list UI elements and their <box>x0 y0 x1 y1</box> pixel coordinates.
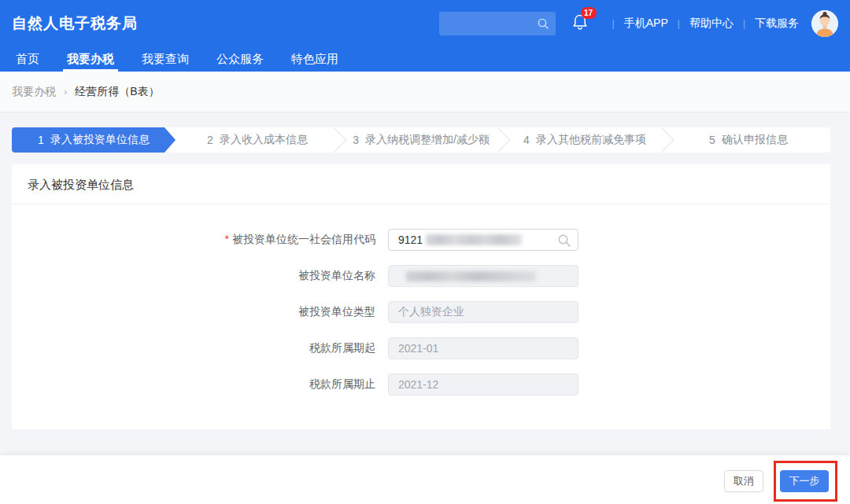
wizard-step-2[interactable]: 2 录入收入成本信息 <box>176 127 339 153</box>
section-title: 录入被投资单位信息 <box>12 164 830 204</box>
field-label: 被投资单位名称 <box>12 269 375 283</box>
nav-inquiry[interactable]: 我要查询 <box>138 47 193 72</box>
step-number: 1 <box>38 134 44 146</box>
nav-tax-handling[interactable]: 我要办税 <box>63 47 118 72</box>
header-divider: | <box>743 18 745 29</box>
step-label: 录入收入成本信息 <box>220 133 308 147</box>
wizard-step-3[interactable]: 3 录入纳税调整增加/减少额 <box>339 127 503 153</box>
breadcrumb-parent[interactable]: 我要办税 <box>12 85 56 99</box>
breadcrumb-current: 经营所得（B表） <box>75 85 159 99</box>
nav-featured-apps[interactable]: 特色应用 <box>287 47 342 72</box>
wizard-step-1[interactable]: 1 录入被投资单位信息 <box>12 127 176 153</box>
wizard-step-4[interactable]: 4 录入其他税前减免事项 <box>503 127 667 153</box>
notification-badge: 17 <box>581 7 597 19</box>
step-number: 3 <box>353 134 359 146</box>
form-row-unit-name: 被投资单位名称 <box>12 265 830 287</box>
link-download-service[interactable]: 下载服务 <box>755 17 799 31</box>
redacted-text <box>406 271 536 281</box>
field-label: 税款所属期止 <box>12 377 375 392</box>
step-number: 5 <box>709 134 715 146</box>
credit-code-value: 9121 <box>398 234 423 246</box>
required-asterisk: * <box>225 233 229 245</box>
next-step-button[interactable]: 下一步 <box>780 470 829 492</box>
period-end-input: 2021-12 <box>388 373 578 395</box>
step-label: 录入被投资单位信息 <box>50 133 150 147</box>
nav-home[interactable]: 首页 <box>12 47 43 72</box>
lookup-search-icon[interactable] <box>557 234 571 250</box>
notification-bell[interactable]: 17 <box>571 12 592 35</box>
app-title: 自然人电子税务局 <box>12 13 138 34</box>
user-avatar[interactable] <box>811 10 838 37</box>
search-icon <box>537 17 549 33</box>
main-nav: 首页 我要办税 我要查询 公众服务 特色应用 <box>0 47 850 72</box>
step-wizard: 1 录入被投资单位信息 2 录入收入成本信息 3 录入纳税调整增加/减少额 4 … <box>12 127 830 153</box>
link-help-center[interactable]: 帮助中心 <box>689 17 734 31</box>
form-row-unit-type: 被投资单位类型 个人独资企业 <box>12 301 830 323</box>
cancel-button[interactable]: 取消 <box>724 470 763 492</box>
page-content: 1 录入被投资单位信息 2 录入收入成本信息 3 录入纳税调整增加/减少额 4 … <box>0 112 850 429</box>
unit-type-input: 个人独资企业 <box>388 301 578 323</box>
period-start-input: 2021-01 <box>388 337 578 359</box>
field-label: 税款所属期起 <box>12 341 375 355</box>
header-divider: | <box>612 18 615 29</box>
breadcrumb: 我要办税 › 经营所得（B表） <box>0 72 850 112</box>
step-label: 录入纳税调整增加/减少额 <box>365 133 490 147</box>
step-label: 确认申报信息 <box>722 133 788 147</box>
form-row-period-start: 税款所属期起 2021-01 <box>12 337 830 359</box>
step-number: 2 <box>207 134 213 146</box>
breadcrumb-separator-icon: › <box>64 86 67 97</box>
form-row-credit-code: *被投资单位统一社会信用代码 9121 <box>12 229 830 251</box>
nav-public-service[interactable]: 公众服务 <box>213 47 268 72</box>
field-label: 被投资单位类型 <box>12 305 375 319</box>
step-number: 4 <box>523 134 530 146</box>
field-label: *被投资单位统一社会信用代码 <box>12 233 375 247</box>
unit-name-input <box>388 265 578 287</box>
redacted-text <box>426 234 522 245</box>
step-label: 录入其他税前减免事项 <box>536 133 646 147</box>
action-footer: 取消 下一步 <box>0 454 850 504</box>
link-mobile-app[interactable]: 手机APP <box>624 17 668 31</box>
header-search <box>439 12 556 35</box>
form-card: 录入被投资单位信息 *被投资单位统一社会信用代码 9121 被投资单位名称 <box>12 164 830 429</box>
form-row-period-end: 税款所属期止 2021-12 <box>12 373 830 395</box>
header-divider: | <box>678 18 680 29</box>
credit-code-input[interactable]: 9121 <box>388 229 578 251</box>
top-header: 自然人电子税务局 17 | 手机APP | 帮助中心 | 下载服务 <box>0 0 850 47</box>
wizard-step-5[interactable]: 5 确认申报信息 <box>667 127 830 153</box>
